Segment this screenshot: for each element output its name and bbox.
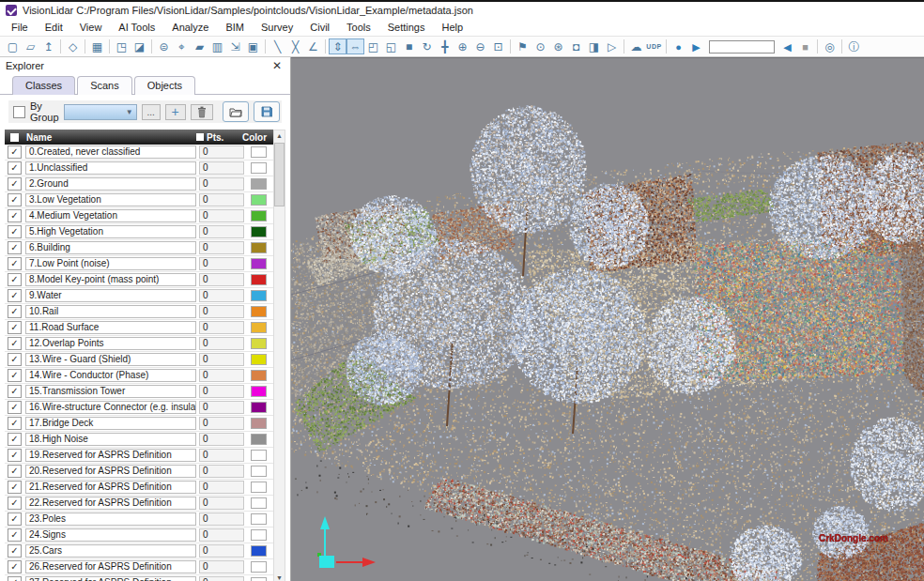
menu-settings[interactable]: Settings bbox=[379, 20, 434, 35]
class-name[interactable]: 25.Cars bbox=[25, 544, 196, 558]
menu-bim[interactable]: BIM bbox=[217, 20, 253, 35]
class-name[interactable]: 21.Reserved for ASPRS Definition bbox=[25, 481, 196, 494]
rotate-cw-icon[interactable]: ↻ bbox=[418, 38, 436, 54]
zoom-out-icon[interactable]: ⊖ bbox=[471, 38, 489, 54]
table-row[interactable]: ✓25.Cars0 bbox=[5, 543, 273, 559]
row-checkbox[interactable]: ✓ bbox=[8, 465, 22, 478]
class-name[interactable]: 10.Rail bbox=[25, 305, 196, 318]
table-row[interactable]: ✓6.Building0 bbox=[5, 240, 273, 256]
class-color-cell[interactable] bbox=[244, 561, 273, 573]
class-name[interactable]: 27.Reserved for ASPRS Definition bbox=[25, 576, 196, 581]
color-swatch[interactable] bbox=[251, 529, 267, 541]
color-swatch[interactable] bbox=[251, 162, 267, 174]
table-row[interactable]: ✓20.Reserved for ASPRS Definition0 bbox=[5, 464, 273, 480]
class-color-cell[interactable] bbox=[244, 178, 273, 190]
menu-edit[interactable]: Edit bbox=[37, 20, 71, 35]
row-checkbox[interactable]: ✓ bbox=[8, 401, 22, 414]
scroll-thumb[interactable] bbox=[274, 143, 285, 206]
class-name[interactable]: 13.Wire - Guard (Shield) bbox=[25, 353, 196, 366]
class-name[interactable]: 20.Reserved for ASPRS Definition bbox=[25, 465, 196, 478]
table-row[interactable]: ✓8.Model Key-point (mass point)0 bbox=[5, 272, 273, 288]
row-checkbox[interactable]: ✓ bbox=[8, 177, 22, 191]
color-swatch[interactable] bbox=[251, 338, 267, 349]
row-checkbox[interactable]: ✓ bbox=[8, 433, 22, 446]
class-name[interactable]: 2.Ground bbox=[25, 177, 196, 191]
record-icon[interactable]: ● bbox=[670, 38, 687, 54]
table-row[interactable]: ✓22.Reserved for ASPRS Definition0 bbox=[5, 496, 273, 512]
class-name[interactable]: 19.Reserved for ASPRS Definition bbox=[25, 449, 196, 462]
location-pin-icon[interactable]: ◎ bbox=[821, 38, 839, 54]
table-row[interactable]: ✓12.Overlap Points0 bbox=[5, 336, 273, 352]
point-cloud-icon[interactable]: ⊜ bbox=[155, 38, 173, 54]
color-swatch[interactable] bbox=[251, 226, 267, 237]
class-name[interactable]: 12.Overlap Points bbox=[25, 337, 196, 350]
color-swatch[interactable] bbox=[251, 274, 267, 285]
class-name[interactable]: 24.Signs bbox=[25, 528, 196, 542]
row-checkbox[interactable]: ✓ bbox=[8, 449, 22, 462]
row-checkbox[interactable]: ✓ bbox=[8, 528, 22, 542]
row-checkbox[interactable]: ✓ bbox=[8, 497, 22, 510]
row-checkbox[interactable]: ✓ bbox=[8, 161, 22, 175]
class-name[interactable]: 4.Medium Vegetation bbox=[25, 209, 196, 222]
table-row[interactable]: ✓3.Low Vegetation0 bbox=[5, 192, 273, 208]
menu-help[interactable]: Help bbox=[433, 20, 471, 35]
stop-icon[interactable]: ■ bbox=[796, 38, 814, 54]
table-row[interactable]: ✓11.Road Surface0 bbox=[5, 320, 273, 336]
save-classes-button[interactable] bbox=[254, 101, 280, 122]
viewport-3d[interactable]: CrkDongle.com bbox=[291, 57, 924, 581]
menu-civil[interactable]: Civil bbox=[301, 20, 338, 35]
table-row[interactable]: ✓0.Created, never classified0 bbox=[5, 145, 273, 161]
crop-box-icon[interactable]: ▣ bbox=[244, 38, 262, 54]
row-checkbox[interactable]: ✓ bbox=[8, 417, 22, 430]
color-swatch[interactable] bbox=[251, 146, 267, 158]
class-color-cell[interactable] bbox=[244, 450, 273, 461]
color-swatch[interactable] bbox=[251, 258, 267, 269]
color-swatch[interactable] bbox=[251, 242, 267, 253]
table-row[interactable]: ✓2.Ground0 bbox=[5, 176, 273, 192]
tab-objects[interactable]: Objects bbox=[134, 76, 195, 95]
zoom-lock-icon[interactable]: ⊛ bbox=[549, 38, 567, 54]
class-color-cell[interactable] bbox=[244, 146, 273, 158]
row-checkbox[interactable]: ✓ bbox=[8, 321, 22, 334]
orbit-vertical-icon[interactable]: ⇕ bbox=[329, 38, 346, 54]
path-tool-icon[interactable]: ⚑ bbox=[514, 38, 531, 54]
group-combobox[interactable]: ▼ bbox=[64, 104, 137, 120]
browse-button[interactable]: ... bbox=[142, 104, 161, 120]
menu-survey[interactable]: Survey bbox=[253, 20, 301, 35]
add-group-button[interactable]: + bbox=[165, 104, 186, 120]
row-checkbox[interactable]: ✓ bbox=[8, 193, 22, 206]
table-row[interactable]: ✓26.Reserved for ASPRS Definition0 bbox=[5, 559, 273, 575]
color-swatch[interactable] bbox=[251, 322, 267, 333]
color-swatch[interactable] bbox=[251, 577, 267, 581]
row-checkbox[interactable]: ✓ bbox=[8, 560, 22, 573]
row-checkbox[interactable]: ✓ bbox=[8, 481, 22, 494]
class-color-cell[interactable] bbox=[244, 418, 273, 429]
new-file-icon[interactable]: ▢ bbox=[4, 38, 22, 54]
row-checkbox[interactable]: ✓ bbox=[8, 145, 22, 159]
eye-view-icon[interactable]: ⊙ bbox=[531, 38, 549, 54]
tab-scans[interactable]: Scans bbox=[77, 76, 132, 95]
class-color-cell[interactable] bbox=[244, 482, 273, 493]
cube-wireframe-icon[interactable]: ◳ bbox=[113, 38, 131, 54]
class-color-cell[interactable] bbox=[244, 434, 273, 445]
camera-lock-icon[interactable]: ◘ bbox=[567, 38, 585, 54]
color-swatch[interactable] bbox=[251, 434, 267, 445]
header-pts[interactable]: Pts. bbox=[196, 132, 242, 143]
class-color-cell[interactable] bbox=[244, 513, 273, 525]
row-checkbox[interactable]: ✓ bbox=[8, 273, 22, 286]
row-checkbox[interactable]: ✓ bbox=[8, 289, 22, 302]
class-color-cell[interactable] bbox=[244, 258, 273, 269]
table-row[interactable]: ✓21.Reserved for ASPRS Definition0 bbox=[5, 480, 273, 496]
class-color-cell[interactable] bbox=[244, 370, 273, 381]
scroll-up-icon[interactable]: ▲ bbox=[276, 130, 283, 141]
class-color-cell[interactable] bbox=[244, 354, 273, 365]
slice-plane-icon[interactable]: ◪ bbox=[131, 38, 148, 54]
class-name[interactable]: 3.Low Vegetation bbox=[25, 193, 196, 206]
class-name[interactable]: 8.Model Key-point (mass point) bbox=[25, 273, 196, 286]
row-checkbox[interactable]: ✓ bbox=[8, 241, 22, 254]
volume-wall-icon[interactable]: ▥ bbox=[208, 38, 226, 54]
color-swatch[interactable] bbox=[251, 210, 267, 222]
table-row[interactable]: ✓19.Reserved for ASPRS Definition0 bbox=[5, 448, 273, 464]
table-row[interactable]: ✓4.Medium Vegetation0 bbox=[5, 208, 273, 224]
class-name[interactable]: 6.Building bbox=[25, 241, 196, 254]
